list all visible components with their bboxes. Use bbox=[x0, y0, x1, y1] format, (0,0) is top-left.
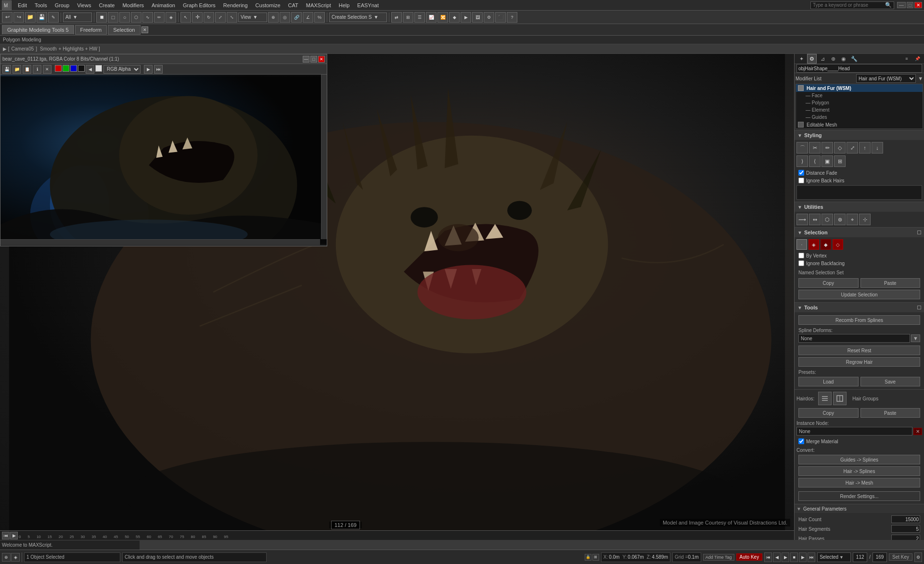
ignore-back-hairs-check[interactable] bbox=[798, 178, 804, 183]
style-extra2-btn[interactable]: ⟨ bbox=[809, 155, 821, 167]
menu-animation[interactable]: Animation bbox=[148, 1, 179, 9]
sel-red2-btn[interactable]: ◆ bbox=[821, 239, 831, 250]
modifier-guides[interactable]: — Guides bbox=[796, 114, 923, 121]
align-btn[interactable]: ⊞ bbox=[403, 12, 413, 23]
ignore-backfacing-check[interactable] bbox=[798, 260, 804, 266]
selected-dropdown[interactable]: Selected ▼ bbox=[817, 552, 851, 562]
load-btn[interactable]: Load bbox=[798, 377, 859, 386]
key-lock-icon[interactable]: 🔒 bbox=[585, 554, 591, 561]
maximize-btn[interactable]: □ bbox=[907, 2, 913, 8]
regrow-hair-btn[interactable]: Regrow Hair bbox=[798, 357, 920, 367]
sel-copy-btn[interactable]: Copy bbox=[798, 278, 859, 288]
window-minimize-btn[interactable]: — bbox=[303, 56, 309, 63]
util-btn4[interactable]: ⊛ bbox=[834, 214, 846, 225]
modifier-editable-mesh[interactable]: Editable Mesh bbox=[796, 121, 923, 128]
hierarchy-panel-tab[interactable]: ⊿ bbox=[818, 54, 827, 64]
rect-sel-btn[interactable]: □ bbox=[108, 12, 118, 23]
util-btn5[interactable]: ⌖ bbox=[847, 214, 858, 225]
sel-red3-btn[interactable]: ◇ bbox=[833, 239, 843, 250]
menu-create[interactable]: Create bbox=[95, 1, 118, 9]
style-extra1-btn[interactable]: ⟩ bbox=[796, 155, 808, 167]
guides-to-splines-btn[interactable]: Guides -> Splines bbox=[798, 455, 920, 464]
img-copy-btn[interactable]: 📋 bbox=[23, 65, 31, 74]
style-brush-btn[interactable]: ✏ bbox=[821, 142, 833, 154]
menu-graph-editors[interactable]: Graph Editors bbox=[180, 1, 219, 9]
save-presets-btn[interactable]: Save bbox=[860, 377, 921, 386]
material-btn[interactable]: ◆ bbox=[449, 12, 460, 23]
sel-red1-btn[interactable]: ◈ bbox=[808, 239, 819, 250]
hair-to-mesh-btn[interactable]: Hair -> Mesh bbox=[798, 478, 920, 487]
search-input[interactable] bbox=[813, 2, 885, 8]
extra-icon2[interactable]: 📌 bbox=[912, 54, 922, 64]
img-arrow-btn[interactable]: ◀ bbox=[86, 65, 94, 74]
obj-prop-btn[interactable]: ✎ bbox=[48, 12, 59, 23]
status-icon1[interactable]: ⊕ bbox=[2, 553, 11, 562]
key-options-btn[interactable]: ⚙ bbox=[914, 552, 922, 562]
auto-key-btn[interactable]: Auto Key bbox=[736, 553, 763, 561]
styling-header[interactable]: ▼ Styling bbox=[795, 130, 924, 140]
go-to-end-btn[interactable]: ⏭ bbox=[808, 552, 815, 562]
search-bar[interactable]: 🔍 bbox=[810, 1, 894, 9]
img-info-btn[interactable]: ℹ bbox=[33, 65, 41, 74]
merge-material-check[interactable] bbox=[798, 438, 804, 444]
channel-blue-btn[interactable] bbox=[70, 65, 77, 72]
img-close-btn[interactable]: ✕ bbox=[43, 65, 51, 74]
hair-to-splines-btn[interactable]: Hair -> Splines bbox=[798, 466, 920, 476]
undo-btn[interactable]: ↩ bbox=[2, 12, 13, 23]
layer-btn[interactable]: ☰ bbox=[414, 12, 425, 23]
object-name-input[interactable] bbox=[796, 64, 922, 73]
distance-fade-check[interactable] bbox=[798, 170, 804, 176]
selection-header[interactable]: ▼ Selection bbox=[795, 228, 924, 237]
util-btn3[interactable]: ⬡ bbox=[821, 214, 833, 225]
modifier-dropdown-arrow[interactable]: ▼ bbox=[918, 76, 923, 81]
tools-lock-icon[interactable] bbox=[917, 306, 921, 309]
spline-dropdown-arrow[interactable]: ▼ bbox=[911, 334, 920, 342]
window-close-btn[interactable]: ✕ bbox=[318, 56, 325, 63]
curves-btn[interactable]: 📈 bbox=[426, 12, 436, 23]
prev-frame-btn[interactable]: ◀ bbox=[773, 552, 781, 562]
paint-sel-btn[interactable]: ✏ bbox=[154, 12, 165, 23]
play-btn[interactable]: ▶ bbox=[10, 532, 18, 539]
mirror-btn[interactable]: ⇄ bbox=[391, 12, 402, 23]
select-btn[interactable]: ↖ bbox=[180, 12, 191, 23]
render-btn[interactable]: 🖼 bbox=[472, 12, 483, 23]
go-start-btn[interactable]: ⏮ bbox=[2, 532, 10, 539]
set-key-btn[interactable]: Set Key bbox=[889, 553, 912, 561]
snap-btn[interactable]: 🔗 bbox=[291, 12, 302, 23]
scale-btn[interactable]: ⤢ bbox=[215, 12, 226, 23]
activeshade-btn[interactable]: ⬛ bbox=[495, 12, 506, 23]
display-panel-tab[interactable]: ◉ bbox=[839, 54, 848, 64]
add-time-tag-btn[interactable]: Add Time Tag bbox=[703, 554, 734, 561]
create-panel-tab[interactable]: ✦ bbox=[796, 54, 806, 64]
ref-coord-btn[interactable]: ⊕ bbox=[268, 12, 279, 23]
lasso-sel-btn[interactable]: ∿ bbox=[142, 12, 153, 23]
selection-lock-icon[interactable] bbox=[917, 231, 921, 234]
pct-snap-btn[interactable]: % bbox=[314, 12, 325, 23]
graphite-tab[interactable]: Graphite Modeling Tools 5 bbox=[2, 25, 74, 35]
modify-panel-tab[interactable]: ⚙ bbox=[807, 54, 817, 64]
open-btn[interactable]: 📁 bbox=[25, 12, 36, 23]
recomb-splines-btn[interactable]: Recomb From Splines bbox=[798, 315, 920, 325]
img-playback-btn[interactable]: ▶ bbox=[144, 65, 153, 74]
motion-panel-tab[interactable]: ⊕ bbox=[828, 54, 838, 64]
hairdos-paste-btn[interactable]: Paste bbox=[860, 408, 921, 418]
modifier-polygon[interactable]: — Polygon bbox=[796, 99, 923, 106]
utilities-panel-tab[interactable]: 🔧 bbox=[849, 54, 859, 64]
scale2-btn[interactable]: ⤡ bbox=[227, 12, 237, 23]
sel-filter-btn[interactable]: ◈ bbox=[166, 12, 176, 23]
style-shape-btn[interactable]: ◇ bbox=[834, 142, 846, 154]
utilities-header[interactable]: ▼ Utilities bbox=[795, 202, 924, 212]
close-btn[interactable]: ✕ bbox=[914, 2, 922, 8]
hair-segments-field[interactable] bbox=[891, 525, 920, 533]
status-icon2[interactable]: ◈ bbox=[11, 553, 20, 562]
modifier-visibility-icon[interactable] bbox=[798, 85, 804, 91]
style-cut-btn[interactable]: ✂ bbox=[809, 142, 821, 154]
hair-groups-icon2[interactable] bbox=[833, 392, 847, 405]
menu-rendering[interactable]: Rendering bbox=[220, 1, 251, 9]
filter-dropdown[interactable]: All ▼ bbox=[63, 13, 92, 22]
extra-icon1[interactable]: ≡ bbox=[902, 54, 911, 64]
menu-help[interactable]: Help bbox=[335, 1, 353, 9]
tools-header[interactable]: ▼ Tools bbox=[795, 303, 924, 312]
modifier-element[interactable]: — Element bbox=[796, 106, 923, 114]
menu-group[interactable]: Group bbox=[51, 1, 73, 9]
